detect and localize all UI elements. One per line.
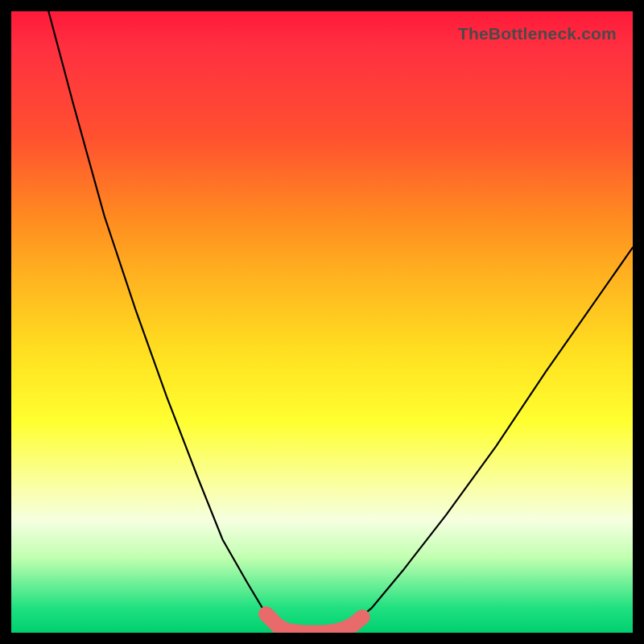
chart-plot-area: TheBottleneck.com (11, 11, 633, 633)
chart-svg (11, 11, 633, 633)
chart-frame: TheBottleneck.com (0, 0, 644, 644)
bottleneck-curve (48, 11, 633, 633)
highlight-region (266, 614, 363, 633)
